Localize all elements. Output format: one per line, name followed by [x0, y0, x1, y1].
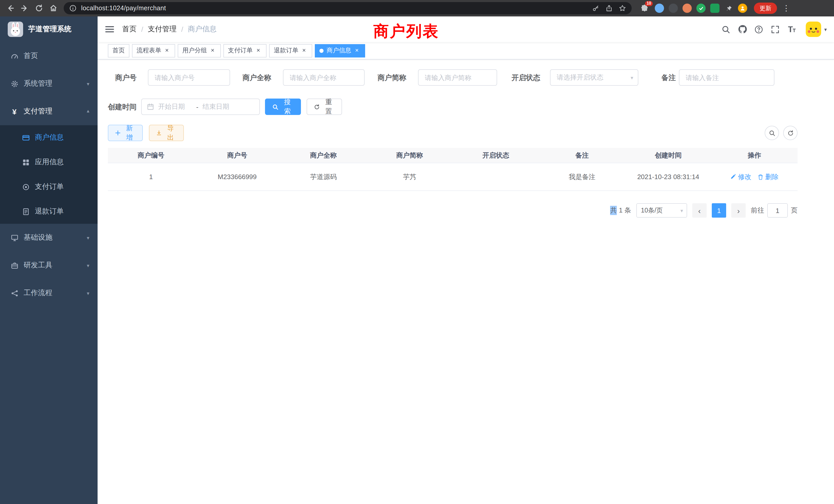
short-name-input[interactable]: [418, 69, 497, 86]
sidebar-item-pay-order[interactable]: 支付订单: [0, 175, 97, 199]
chevron-down-icon: ▾: [87, 235, 89, 240]
sidebar-item-workflow[interactable]: 工作流程 ▾: [0, 279, 97, 307]
sidebar-item-refund-order[interactable]: 退款订单: [0, 199, 97, 224]
document-icon: [22, 207, 30, 215]
export-button[interactable]: 导出: [149, 125, 184, 141]
toolbox-icon: [10, 261, 19, 270]
filter-label: 商户简称: [377, 69, 406, 86]
address-bar[interactable]: localhost:1024/pay/merchant: [64, 2, 632, 14]
column-header: 备注: [575, 151, 589, 160]
sidebar-toggle-icon[interactable]: [97, 25, 122, 34]
pin-icon[interactable]: [724, 4, 733, 13]
star-icon[interactable]: [617, 3, 628, 13]
sidebar-item-app-info[interactable]: 应用信息: [0, 150, 97, 175]
reload-icon[interactable]: [33, 2, 45, 14]
chevron-down-icon[interactable]: ▾: [824, 26, 827, 32]
tab-label: 用户分组: [182, 46, 207, 55]
font-size-icon[interactable]: [785, 23, 798, 36]
pagination: 共 1 条 10条/页 ▾ ‹ 1 › 前往: [610, 203, 797, 217]
search-button[interactable]: 搜索: [265, 98, 301, 115]
browser-update-button[interactable]: 更新: [754, 3, 777, 14]
extension-icon[interactable]: [682, 4, 692, 13]
github-icon[interactable]: [736, 23, 749, 36]
chevron-down-icon: ▾: [87, 262, 89, 268]
navbar-actions: ▾: [720, 22, 834, 37]
date-end-placeholder: 结束日期: [203, 102, 237, 111]
fullscreen-icon[interactable]: [769, 23, 782, 36]
monitor-icon: [10, 233, 19, 242]
user-avatar[interactable]: [806, 22, 821, 37]
remark-input[interactable]: [679, 69, 774, 86]
chevron-down-icon: ▾: [87, 290, 89, 296]
page-1-button[interactable]: 1: [712, 203, 726, 217]
calendar-icon: [147, 103, 154, 110]
sidebar-item-system[interactable]: 系统管理 ▾: [0, 70, 97, 97]
sidebar-item-infrastructure[interactable]: 基础设施 ▾: [0, 224, 97, 251]
pencil-icon: [730, 174, 737, 180]
filter-label: 商户全称: [242, 69, 271, 86]
home-icon[interactable]: [47, 2, 60, 14]
refresh-icon[interactable]: [783, 126, 797, 140]
share-icon[interactable]: [604, 3, 614, 13]
extension-icon[interactable]: [696, 4, 706, 13]
extension-icon[interactable]: [668, 4, 678, 13]
forward-icon[interactable]: [19, 2, 31, 14]
close-icon[interactable]: ×: [353, 47, 360, 54]
browser-menu-icon[interactable]: ⋮: [782, 4, 791, 13]
sidebar-item-merchant-info[interactable]: 商户信息: [0, 125, 97, 150]
close-icon[interactable]: ×: [255, 47, 262, 54]
status-select[interactable]: 请选择开启状态 ▾: [550, 69, 638, 86]
sidebar-item-payment[interactable]: ¥ 支付管理 ▾: [0, 97, 97, 125]
app-logo[interactable]: 芋道管理系统: [0, 17, 97, 42]
page-size-select[interactable]: 10条/页 ▾: [636, 203, 687, 217]
close-icon[interactable]: ×: [163, 47, 171, 54]
edit-link[interactable]: 修改: [730, 172, 751, 181]
sidebar-item-dev-tools[interactable]: 研发工具 ▾: [0, 251, 97, 279]
help-icon[interactable]: [752, 23, 766, 36]
sidebar-item-home[interactable]: 首页: [0, 42, 97, 70]
create-time-range-picker[interactable]: 开始日期 - 结束日期: [141, 98, 260, 115]
extension-icon[interactable]: [710, 4, 720, 13]
column-header: 商户号: [227, 151, 247, 160]
extensions-puzzle-icon[interactable]: 10: [639, 3, 650, 14]
add-button[interactable]: 新增: [108, 125, 143, 141]
extension-icon[interactable]: [655, 4, 664, 13]
profile-avatar[interactable]: [738, 4, 747, 13]
back-icon[interactable]: [4, 2, 17, 14]
goto-page-input[interactable]: [767, 203, 788, 217]
active-tab-dot: [320, 48, 324, 53]
url-text[interactable]: localhost:1024/pay/merchant: [81, 5, 166, 12]
tab-user-group[interactable]: 用户分组 ×: [178, 44, 221, 57]
cell-merchant-id: 1: [149, 173, 153, 181]
chevron-up-icon: ▾: [87, 109, 89, 114]
select-placeholder: 请选择开启状态: [557, 73, 603, 82]
dashboard-icon: [10, 52, 19, 60]
close-icon[interactable]: ×: [209, 47, 216, 54]
breadcrumb-item[interactable]: 支付管理: [148, 25, 177, 34]
key-icon[interactable]: [591, 3, 601, 13]
tab-home[interactable]: 首页: [108, 44, 129, 57]
sidebar-item-label: 工作流程: [24, 289, 52, 298]
merchant-no-input[interactable]: [148, 69, 230, 86]
grid-icon: [22, 158, 30, 166]
reset-button[interactable]: 重置: [307, 98, 342, 115]
payment-submenu: 商户信息 应用信息 支付订单: [0, 125, 97, 224]
tags-view-bar: 首页 流程表单 × 用户分组 × 支付订单 × 退款订单 ×: [97, 42, 834, 60]
breadcrumb-item[interactable]: 首页: [122, 25, 137, 34]
delete-link[interactable]: 删除: [758, 172, 778, 181]
close-icon[interactable]: ×: [301, 47, 308, 54]
cell-merchant-no: M233666999: [218, 173, 257, 181]
show-search-toggle-icon[interactable]: [765, 126, 779, 140]
next-page-button[interactable]: ›: [731, 203, 746, 217]
browser-toolbar: localhost:1024/pay/merchant 10: [0, 0, 834, 17]
info-icon[interactable]: [68, 3, 78, 13]
extensions-area: 10 更新 ⋮: [639, 3, 791, 14]
tab-pay-order[interactable]: 支付订单 ×: [223, 44, 266, 57]
search-icon[interactable]: [720, 23, 733, 36]
tab-refund-order[interactable]: 退款订单 ×: [269, 44, 312, 57]
tab-process-form[interactable]: 流程表单 ×: [132, 44, 175, 57]
prev-page-button[interactable]: ‹: [692, 203, 707, 217]
chevron-right-icon: ›: [737, 206, 740, 215]
tab-merchant-info[interactable]: 商户信息 ×: [315, 44, 365, 57]
full-name-input[interactable]: [283, 69, 365, 86]
